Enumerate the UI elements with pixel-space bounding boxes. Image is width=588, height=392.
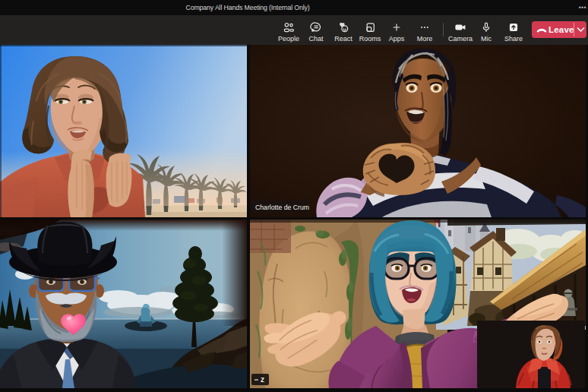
svg-text:Charlotte de Crum: Charlotte de Crum (255, 204, 309, 211)
svg-text:z: z (261, 375, 264, 384)
